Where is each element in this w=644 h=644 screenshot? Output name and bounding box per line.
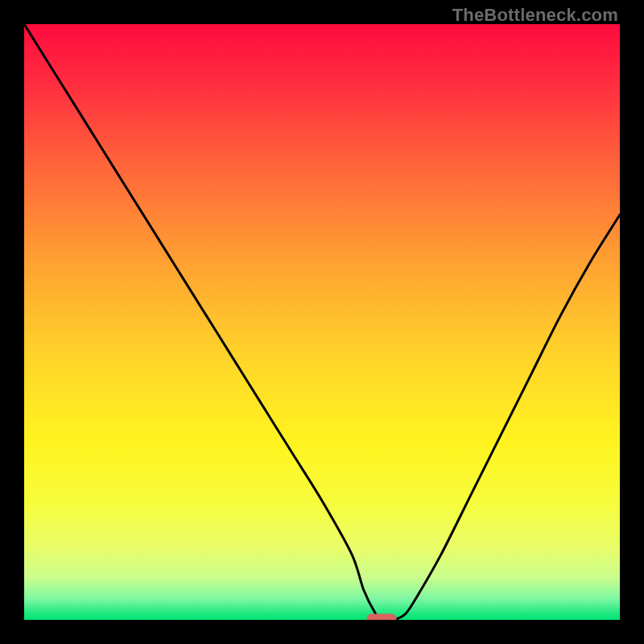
plot-area [24,24,620,620]
optimum-marker [367,614,397,620]
chart-frame: TheBottleneck.com [0,0,644,644]
gradient-background [24,24,620,620]
watermark-text: TheBottleneck.com [452,5,618,26]
bottleneck-chart [24,24,620,620]
